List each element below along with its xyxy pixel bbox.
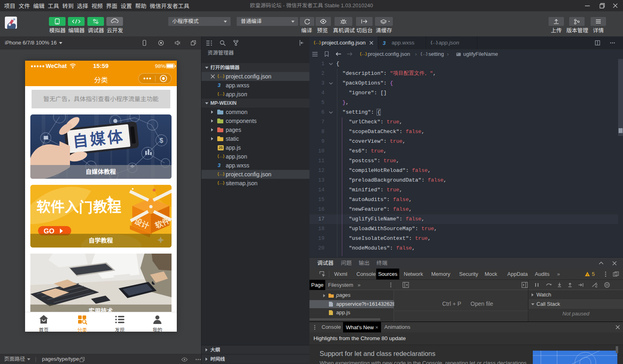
svg-text:自学教程: 自学教程 xyxy=(89,236,113,244)
svg-text:自媒体教程: 自媒体教程 xyxy=(85,167,116,176)
svg-text:!: ! xyxy=(587,273,588,277)
svg-text:软件入门教程: 软件入门教程 xyxy=(36,195,121,216)
svg-text:$: $ xyxy=(160,137,163,144)
